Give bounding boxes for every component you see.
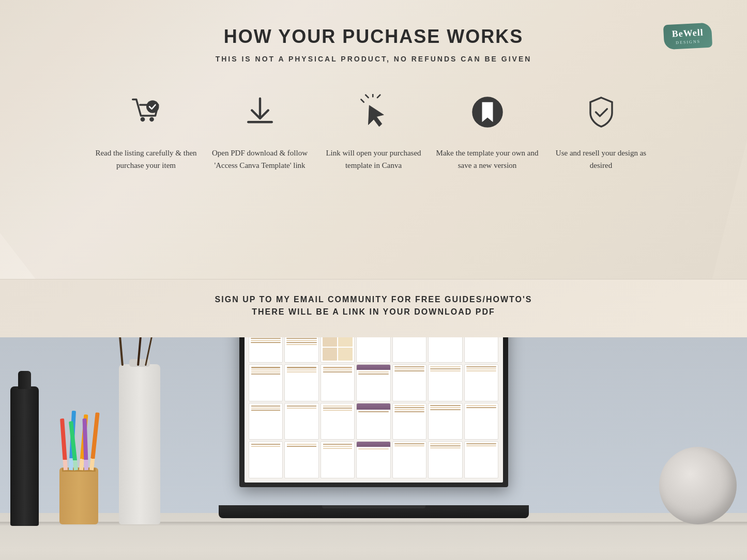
- template-card: [392, 403, 427, 440]
- template-card: [249, 441, 283, 478]
- steps-row: Read the listing carefully & then purcha…: [31, 89, 716, 172]
- template-card: [356, 337, 391, 363]
- template-card: [321, 364, 355, 401]
- photo-section: [0, 337, 747, 560]
- template-card: [284, 364, 319, 401]
- step-4-text: Make the template your own and save a ne…: [431, 147, 544, 172]
- template-card: [321, 441, 355, 478]
- template-card: [392, 364, 427, 401]
- top-section: BeWell DESIGNS HOW YOUR PUCHASE WORKS TH…: [0, 0, 747, 279]
- template-card: [356, 403, 391, 440]
- download-icon: [237, 89, 283, 135]
- template-card: [428, 441, 463, 478]
- laptop-screen: [239, 337, 508, 487]
- shield-check-icon: [578, 89, 624, 135]
- cursor-icon: [350, 89, 397, 135]
- cta-line2: THERE WILL BE A LINK IN YOUR DOWNLOAD PD…: [31, 307, 716, 317]
- svg-line-3: [365, 95, 368, 98]
- template-card: [321, 403, 355, 440]
- desk-shadow: [0, 522, 747, 526]
- step-2-text: Open PDF download & follow 'Access Canva…: [203, 147, 317, 172]
- svg-point-2: [146, 100, 159, 113]
- template-card: [428, 403, 463, 440]
- sphere-vase: [659, 447, 737, 524]
- svg-point-0: [140, 117, 145, 122]
- template-card: [392, 441, 427, 478]
- template-card: [428, 337, 463, 363]
- step-5-text: Use and resell your design as desired: [544, 147, 658, 172]
- step-3: Link will open your purchased template i…: [317, 89, 431, 172]
- bottom-section: [0, 337, 747, 560]
- svg-line-5: [377, 95, 380, 98]
- template-card: [356, 364, 391, 401]
- pencil-cup: [59, 468, 98, 524]
- svg-point-1: [149, 117, 154, 122]
- template-card: [284, 403, 319, 440]
- step-5: Use and resell your design as desired: [544, 89, 658, 172]
- laptop-base: [219, 505, 529, 518]
- template-card: [249, 403, 283, 440]
- step-3-text: Link will open your purchased template i…: [317, 147, 431, 172]
- page-subtitle: THIS IS NOT A PHYSICAL PRODUCT, NO REFUN…: [31, 55, 716, 63]
- dark-bottle: [10, 386, 39, 526]
- template-card: [284, 441, 319, 478]
- step-1: Read the listing carefully & then purcha…: [89, 89, 203, 172]
- template-card: [392, 337, 427, 363]
- page-title: HOW YOUR PUCHASE WORKS: [31, 26, 716, 48]
- template-card: [428, 364, 463, 401]
- template-card: [284, 337, 319, 363]
- template-card: [464, 364, 499, 401]
- desk-surface: [0, 513, 747, 560]
- tall-vase: [119, 364, 160, 524]
- template-card: [464, 337, 499, 363]
- cta-bar: SIGN UP TO MY EMAIL COMMUNITY FOR FREE G…: [0, 279, 747, 337]
- step-4: Make the template your own and save a ne…: [431, 89, 544, 172]
- template-card: [321, 337, 355, 363]
- step-1-text: Read the listing carefully & then purcha…: [89, 147, 203, 172]
- cta-line1: SIGN UP TO MY EMAIL COMMUNITY FOR FREE G…: [31, 295, 716, 304]
- template-card: [464, 441, 499, 478]
- template-card: [249, 364, 283, 401]
- template-card: [356, 441, 391, 478]
- laptop-screen-content: [245, 337, 503, 483]
- svg-line-6: [361, 100, 363, 102]
- bookmark-icon: [464, 89, 511, 135]
- step-2: Open PDF download & follow 'Access Canva…: [203, 89, 317, 172]
- template-card: [464, 403, 499, 440]
- template-card: [249, 337, 283, 363]
- cart-check-icon: [123, 89, 170, 135]
